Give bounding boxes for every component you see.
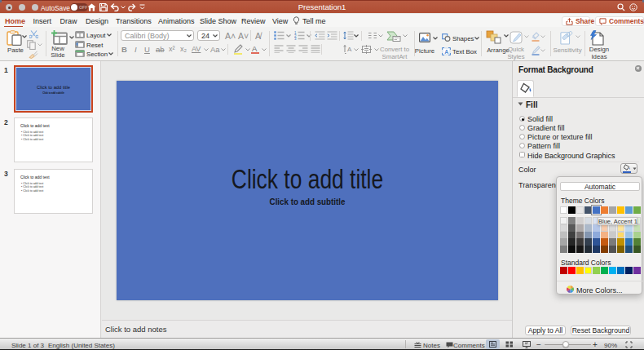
svg-text:3: 3 (294, 37, 297, 40)
svg-text:A: A (347, 46, 352, 53)
svg-text:A: A (444, 48, 448, 54)
